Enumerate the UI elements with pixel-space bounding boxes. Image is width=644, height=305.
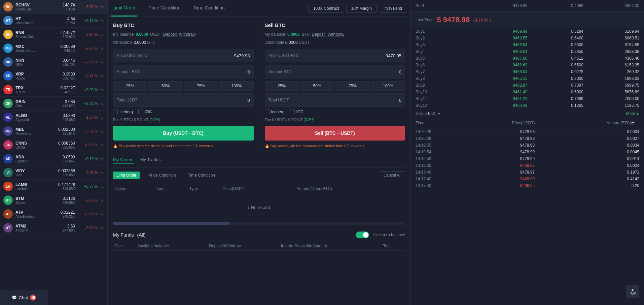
buy-ioc-checkbox[interactable]: IOC bbox=[138, 110, 152, 114]
star-icon[interactable]: ☆ bbox=[100, 87, 104, 92]
buy-pct-50[interactable]: 50% bbox=[148, 81, 182, 91]
lend-73-btn[interactable]: 73% Lend bbox=[379, 4, 407, 13]
ob-buy-row[interactable]: Buy2 9469.55 0.6400 6060.51 bbox=[411, 35, 644, 41]
margin-10x-btn[interactable]: 10X Margin bbox=[346, 4, 377, 13]
star-icon[interactable]: ☆ bbox=[100, 18, 104, 23]
ob-buy-row[interactable]: Buy10 9461.49 0.6000 5676.89 bbox=[411, 89, 644, 95]
sidebar-item[interactable]: BC BCHSV BitcoinCas... 148.74 1.15M -3.5… bbox=[0, 0, 107, 14]
star-icon[interactable]: ☆ bbox=[100, 225, 104, 231]
orders-sub-time[interactable]: Time Condition bbox=[185, 172, 218, 179]
sell-price-input[interactable]: Price USDT/BTC 9470.05 bbox=[265, 49, 405, 62]
star-icon[interactable]: ☆ bbox=[100, 212, 104, 217]
sell-pct-100[interactable]: 100% bbox=[371, 81, 405, 91]
sell-withdraw-link[interactable]: Withdraw bbox=[327, 32, 344, 37]
more-button[interactable]: More bbox=[626, 111, 635, 116]
star-icon[interactable]: ☆ bbox=[100, 184, 104, 189]
ob-buy-row[interactable]: Buy4 9468.01 0.2850 2698.38 bbox=[411, 48, 644, 55]
sidebar-item[interactable]: BT BTM Bytom 0.1126 266.88K -0.35 % ☆ bbox=[0, 193, 107, 207]
refresh-icon[interactable]: ⇄ bbox=[631, 121, 639, 125]
star-icon[interactable]: ☆ bbox=[100, 143, 104, 148]
coin-change: -1.83 % bbox=[78, 115, 98, 119]
chat-button[interactable]: 💬 Chat 15 bbox=[0, 290, 48, 305]
sidebar-item[interactable]: LA LAMB Lambda 0.171428 314.85K +8.77 % … bbox=[0, 180, 107, 193]
star-icon[interactable]: ☆ bbox=[100, 60, 104, 65]
ob-buy-row[interactable]: Buy12 9460.48 0.1265 1196.75 bbox=[411, 102, 644, 109]
orders-tab-my-trades[interactable]: My Trades bbox=[140, 157, 161, 164]
orders-sub-limit[interactable]: Limit Order bbox=[113, 172, 140, 179]
ob-buy-amount: 0.2000 bbox=[528, 76, 583, 81]
sell-ioc-checkbox[interactable]: IOC bbox=[290, 110, 303, 114]
coin-price-col: 0.5890 428.88K bbox=[63, 113, 75, 122]
buy-withdraw-link[interactable]: Withdraw bbox=[179, 32, 195, 37]
sidebar-item[interactable]: AT ATP AtlasProtocol 0.01221 248.31K -3.… bbox=[0, 207, 107, 221]
sell-promo[interactable]: 🔥 Buy points with fee discount and limit… bbox=[265, 144, 405, 148]
sidebar-item[interactable]: VI VIDY Vidy 0.002868 326.08K -0.96 % ☆ bbox=[0, 166, 107, 180]
sell-pct-75[interactable]: 75% bbox=[335, 81, 369, 91]
tab-limit-order[interactable]: Limit Order bbox=[111, 0, 137, 17]
sell-iceberg-checkbox[interactable]: Iceberg bbox=[265, 110, 285, 114]
buy-promo[interactable]: 🔥 Buy points with fee discount and limit… bbox=[113, 144, 254, 148]
buy-button[interactable]: Buy (USDT→BTC) bbox=[113, 126, 254, 141]
buy-amount-input[interactable]: Amount BTC 0 bbox=[113, 65, 254, 79]
coin-info: CNNS CNNS bbox=[15, 141, 58, 149]
sidebar-item[interactable]: AT ATM2 AltcoinM... 3.60 247.88K -3.09 %… bbox=[0, 221, 107, 235]
ob-buy-row[interactable]: Buy11 9461.23 0.7399 7000.00 bbox=[411, 95, 644, 102]
star-icon[interactable]: ☆ bbox=[100, 4, 104, 9]
star-icon[interactable]: ☆ bbox=[100, 129, 104, 134]
ob-buy-row[interactable]: Buy7 9466.04 0.0275 260.32 bbox=[411, 68, 644, 75]
sell-button[interactable]: Sell (BTC→USDT) bbox=[265, 126, 405, 141]
tab-price-condition[interactable]: Price Condition bbox=[147, 0, 182, 17]
tab-time-condition[interactable]: Time Condition bbox=[192, 0, 226, 17]
ob-buy-row[interactable]: Buy1 9469.99 0.3284 3109.94 bbox=[411, 28, 644, 35]
orders-tab-my-orders[interactable]: My Orders bbox=[113, 157, 134, 164]
star-icon[interactable]: ☆ bbox=[100, 115, 104, 120]
sell-pct-50[interactable]: 50% bbox=[300, 81, 334, 91]
orders-scrollbar[interactable] bbox=[113, 222, 405, 225]
star-icon[interactable]: ☆ bbox=[100, 198, 104, 203]
trade-amount: 0.0004 bbox=[565, 129, 639, 134]
hide-zero-toggle[interactable] bbox=[356, 232, 369, 238]
ob-buy-row[interactable]: Buy6 9466.69 0.6500 6153.35 bbox=[411, 62, 644, 68]
sidebar-item[interactable]: HT HT HuobiToken 4.54 1.07M +0.18 % ☆ bbox=[0, 14, 107, 28]
star-icon[interactable]: ☆ bbox=[100, 46, 104, 51]
sidebar-item[interactable]: NK NKN NKN 0.0446 516.73K -2.89 % ☆ bbox=[0, 55, 107, 69]
sidebar-item[interactable]: MX MXC MachineXc... 0.00639 540.1K -2.73… bbox=[0, 41, 107, 55]
buy-pct-25[interactable]: 25% bbox=[113, 81, 147, 91]
orders-sub-price[interactable]: Price Condition bbox=[145, 172, 179, 179]
ob-buy-row[interactable]: Buy8 9465.15 0.2000 1893.03 bbox=[411, 75, 644, 82]
buy-pct-100[interactable]: 100% bbox=[219, 81, 253, 91]
coin-symbol: TRX bbox=[15, 86, 61, 90]
buy-total-input[interactable]: Total USDT 0 bbox=[113, 93, 254, 107]
coin-info: ATM2 AltcoinM... bbox=[15, 224, 63, 232]
buy-deposit-link[interactable]: Deposit bbox=[163, 32, 177, 37]
sidebar-item[interactable]: AD ADA Cardano 0.0590 333.66K +0.16 % ☆ bbox=[0, 152, 107, 166]
chevron-down-icon[interactable]: ▼ bbox=[437, 112, 441, 116]
sell-total-input[interactable]: Total USDT 0 bbox=[265, 93, 405, 107]
sidebar-item[interactable]: GR GRIN Grin 3.085 443.87K +2.32 % ☆ bbox=[0, 97, 107, 111]
ob-buy-row[interactable]: Buy3 9468.54 0.6500 6154.55 bbox=[411, 41, 644, 48]
sell-amount-input[interactable]: Amount BTC 0 bbox=[265, 65, 405, 79]
sidebar-item[interactable]: MB MBL MovieBloc 0.002503 381.64K -5.51 … bbox=[0, 124, 107, 138]
ob-buy-row[interactable]: Buy9 9462.87 0.7397 6999.75 bbox=[411, 82, 644, 89]
buy-iceberg-checkbox[interactable]: Iceberg bbox=[113, 110, 133, 114]
buy-price-input[interactable]: Price USDT/BTC 9479.98 bbox=[113, 49, 254, 62]
sidebar-item[interactable]: XR XRP Ripple 0.3083 506.72K -0.41 % ☆ bbox=[0, 69, 107, 83]
ob-buy-row[interactable]: Buy5 9467.60 0.4612 4366.46 bbox=[411, 55, 644, 62]
star-icon[interactable]: ☆ bbox=[100, 101, 104, 106]
sidebar-item[interactable]: TR TRX TRON 0.02227 487.1K +0.99 % ☆ bbox=[0, 83, 107, 97]
sell-pct-25[interactable]: 25% bbox=[265, 81, 299, 91]
buy-pct-75[interactable]: 75% bbox=[184, 81, 218, 91]
star-icon[interactable]: ☆ bbox=[100, 156, 104, 161]
contract-100x-btn[interactable]: 100X Contract bbox=[308, 4, 344, 13]
sell-iceberg-box bbox=[265, 110, 270, 114]
star-icon[interactable]: ☆ bbox=[100, 32, 104, 37]
sell-deposit-link[interactable]: Deposit bbox=[312, 32, 326, 37]
star-icon[interactable]: ☆ bbox=[100, 73, 104, 79]
star-icon[interactable]: ☆ bbox=[100, 170, 104, 175]
top-button[interactable]: ▲ TOP bbox=[626, 285, 639, 298]
sidebar-item[interactable]: BN BNB BinanceCoin 27.4572 628.92K -0.94… bbox=[0, 28, 107, 41]
cancel-all-btn[interactable]: Cancel All bbox=[380, 171, 405, 179]
sidebar-item[interactable]: AL ALGO Algorand 0.5890 428.88K -1.83 % … bbox=[0, 111, 107, 124]
sidebar-item[interactable]: CN CNNS CNNS 0.008360 365.95K -0.35 % ☆ bbox=[0, 138, 107, 152]
coin-change: -3.09 % bbox=[78, 226, 98, 230]
